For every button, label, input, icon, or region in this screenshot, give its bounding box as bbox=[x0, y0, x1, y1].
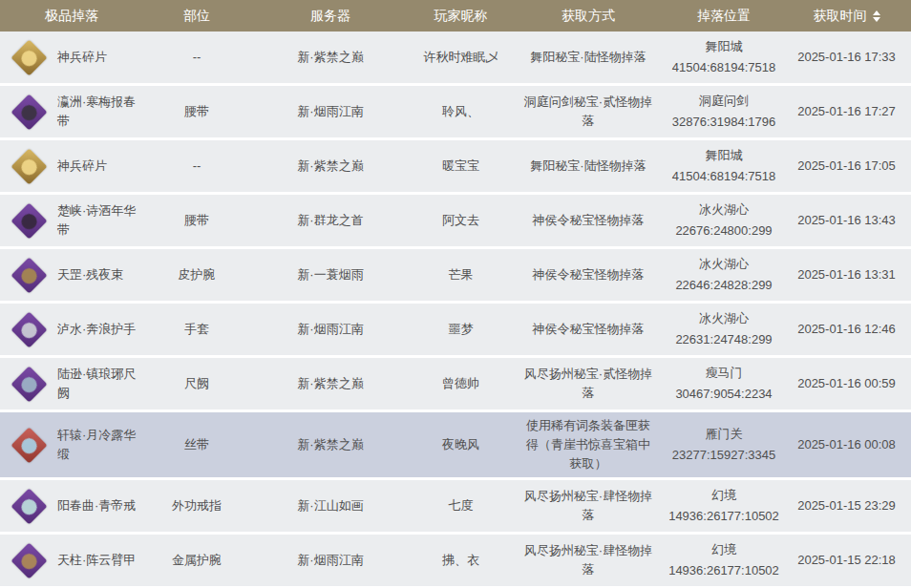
sort-down-arrow-icon bbox=[873, 17, 880, 22]
player-nickname: 芒果 bbox=[411, 265, 511, 284]
location-coordinates: 30467:9054:2234 bbox=[675, 384, 772, 405]
table-header: 极品掉落 部位 服务器 玩家昵称 获取方式 掉落位置 获取时间 bbox=[0, 0, 911, 32]
location-name: 雁门关 bbox=[706, 424, 743, 445]
header-method: 获取方式 bbox=[511, 8, 666, 25]
item-cell: 天柱·阵云臂甲 bbox=[0, 539, 143, 581]
item-name: 阳春曲·青帝戒 bbox=[57, 496, 136, 515]
table-row[interactable]: 陆逊·镇琅琊尺阙 尺阙 新·紫禁之巅 曾德帅 风尽扬州秘宝·贰怪物掉落 瘦马门 … bbox=[0, 358, 911, 410]
drop-location: 雁门关 23277:15927:3345 bbox=[666, 424, 782, 466]
acquisition-method: 神侯令秘宝怪物掉落 bbox=[511, 207, 666, 234]
item-cell: 陆逊·镇琅琊尺阙 bbox=[0, 363, 143, 405]
location-name: 冰火湖心 bbox=[699, 308, 749, 329]
drop-location: 冰火湖心 22631:24748:299 bbox=[666, 308, 782, 350]
location-coordinates: 22676:24800:299 bbox=[675, 220, 772, 242]
drop-location: 冰火湖心 22646:24828:299 bbox=[666, 254, 782, 296]
player-nickname: 许秋时难眠乄 bbox=[411, 48, 511, 67]
item-part: 外功戒指 bbox=[143, 496, 250, 515]
drop-time: 2025-01-16 13:43 bbox=[782, 211, 911, 230]
player-nickname: 曾德帅 bbox=[411, 374, 511, 393]
header-location: 掉落位置 bbox=[666, 8, 782, 25]
player-nickname: 暖宝宝 bbox=[411, 157, 511, 176]
acquisition-method: 神侯令秘宝怪物掉落 bbox=[511, 262, 666, 288]
drop-location: 瘦马门 30467:9054:2234 bbox=[666, 363, 782, 405]
drop-time: 2025-01-15 23:29 bbox=[782, 496, 911, 515]
drop-location: 冰火湖心 22676:24800:299 bbox=[666, 200, 782, 242]
item-rarity-icon bbox=[8, 485, 50, 527]
player-nickname: 噩梦 bbox=[411, 320, 511, 339]
server-name: 新·江山如画 bbox=[250, 496, 411, 515]
sort-icon[interactable] bbox=[873, 10, 880, 22]
server-name: 新·紫禁之巅 bbox=[250, 48, 411, 67]
location-name: 冰火湖心 bbox=[699, 200, 749, 220]
server-name: 新·群龙之首 bbox=[250, 211, 411, 230]
server-name: 新·烟雨江南 bbox=[250, 320, 411, 339]
location-name: 舞阳城 bbox=[706, 145, 743, 166]
location-name: 幻境 bbox=[711, 485, 736, 506]
location-coordinates: 14936:26177:10502 bbox=[668, 506, 779, 527]
item-part: 腰带 bbox=[143, 211, 250, 230]
table-row[interactable]: 楚峡·诗酒年华带 腰带 新·群龙之首 阿文去 神侯令秘宝怪物掉落 冰火湖心 22… bbox=[0, 195, 911, 246]
item-name: 神兵碎片 bbox=[57, 157, 107, 176]
acquisition-method: 使用稀有词条装备匣获得（青崖书惊喜宝箱中获取） bbox=[511, 412, 666, 477]
item-name: 楚峡·诗酒年华带 bbox=[57, 201, 143, 240]
item-part: 手套 bbox=[143, 320, 250, 339]
table-row[interactable]: 阳春曲·青帝戒 外功戒指 新·江山如画 七度 风尽扬州秘宝·肆怪物掉落 幻境 1… bbox=[0, 480, 911, 532]
drop-time: 2025-01-16 00:59 bbox=[782, 374, 911, 393]
item-part: -- bbox=[143, 157, 250, 176]
drop-time: 2025-01-16 00:08 bbox=[782, 435, 911, 454]
location-coordinates: 41504:68194:7518 bbox=[672, 166, 775, 187]
table-row[interactable]: 神兵碎片 -- 新·紫禁之巅 许秋时难眠乄 舞阳秘宝·陆怪物掉落 舞阳城 415… bbox=[0, 32, 911, 83]
acquisition-method: 舞阳秘宝·陆怪物掉落 bbox=[511, 153, 666, 179]
table-row[interactable]: 神兵碎片 -- 新·紫禁之巅 暖宝宝 舞阳秘宝·陆怪物掉落 舞阳城 41504:… bbox=[0, 140, 911, 192]
location-name: 瘦马门 bbox=[706, 363, 743, 384]
player-nickname: 阿文去 bbox=[411, 211, 511, 230]
item-part: 丝带 bbox=[143, 435, 250, 454]
drop-table: 极品掉落 部位 服务器 玩家昵称 获取方式 掉落位置 获取时间 神兵碎片 -- … bbox=[0, 0, 911, 586]
location-name: 洞庭问剑 bbox=[699, 91, 749, 112]
drop-time: 2025-01-16 17:33 bbox=[782, 48, 911, 67]
item-name: 泸水·奔浪护手 bbox=[57, 320, 136, 339]
header-item: 极品掉落 bbox=[0, 8, 143, 25]
acquisition-method: 风尽扬州秘宝·肆怪物掉落 bbox=[511, 537, 666, 583]
table-row[interactable]: 天罡·残夜束 皮护腕 新·一蓑烟雨 芒果 神侯令秘宝怪物掉落 冰火湖心 2264… bbox=[0, 249, 911, 301]
item-cell: 神兵碎片 bbox=[0, 145, 143, 187]
header-server: 服务器 bbox=[250, 8, 411, 25]
table-row[interactable]: 天柱·阵云臂甲 金属护腕 新·烟雨江南 拂、衣 风尽扬州秘宝·肆怪物掉落 幻境 … bbox=[0, 535, 911, 586]
table-row[interactable]: 瀛洲·寒梅报春带 腰带 新·烟雨江南 聆风、 洞庭问剑秘宝·贰怪物掉落 洞庭问剑… bbox=[0, 86, 911, 137]
item-name: 神兵碎片 bbox=[57, 48, 107, 67]
item-rarity-icon bbox=[8, 200, 50, 242]
item-name: 天柱·阵云臂甲 bbox=[57, 551, 136, 570]
player-nickname: 拂、衣 bbox=[411, 551, 511, 570]
item-part: 金属护腕 bbox=[143, 551, 250, 570]
table-row[interactable]: 轩辕·月冷露华缎 丝带 新·紫禁之巅 夜晚风 使用稀有词条装备匣获得（青崖书惊喜… bbox=[0, 412, 911, 477]
item-name: 陆逊·镇琅琊尺阙 bbox=[57, 365, 143, 403]
item-part: 腰带 bbox=[143, 102, 250, 121]
item-part: -- bbox=[143, 48, 250, 67]
drop-time: 2025-01-16 17:05 bbox=[782, 157, 911, 176]
player-nickname: 七度 bbox=[411, 496, 511, 515]
drop-location: 幻境 14936:26177:10502 bbox=[666, 485, 782, 527]
acquisition-method: 风尽扬州秘宝·贰怪物掉落 bbox=[511, 361, 666, 407]
drop-location: 幻境 14936:26177:10502 bbox=[666, 539, 782, 581]
header-time-sortable[interactable]: 获取时间 bbox=[782, 8, 911, 25]
item-rarity-icon bbox=[8, 254, 50, 296]
location-coordinates: 22646:24828:299 bbox=[675, 275, 772, 296]
table-row[interactable]: 泸水·奔浪护手 手套 新·烟雨江南 噩梦 神侯令秘宝怪物掉落 冰火湖心 2263… bbox=[0, 304, 911, 355]
header-time-label: 获取时间 bbox=[814, 8, 867, 25]
location-coordinates: 14936:26177:10502 bbox=[668, 560, 779, 581]
item-rarity-icon bbox=[8, 539, 50, 581]
acquisition-method: 舞阳秘宝·陆怪物掉落 bbox=[511, 44, 666, 71]
drop-time: 2025-01-16 13:31 bbox=[782, 265, 911, 284]
item-rarity-icon bbox=[8, 145, 50, 187]
location-coordinates: 22631:24748:299 bbox=[675, 329, 772, 350]
item-rarity-icon bbox=[8, 363, 50, 405]
item-part: 尺阙 bbox=[143, 374, 250, 393]
location-coordinates: 23277:15927:3345 bbox=[672, 445, 775, 466]
item-cell: 瀛洲·寒梅报春带 bbox=[0, 91, 143, 133]
location-name: 幻境 bbox=[711, 539, 736, 560]
item-rarity-icon bbox=[8, 91, 50, 133]
item-cell: 楚峡·诗酒年华带 bbox=[0, 200, 143, 242]
server-name: 新·烟雨江南 bbox=[250, 102, 411, 121]
drop-time: 2025-01-16 12:46 bbox=[782, 320, 911, 339]
item-part: 皮护腕 bbox=[143, 265, 250, 284]
